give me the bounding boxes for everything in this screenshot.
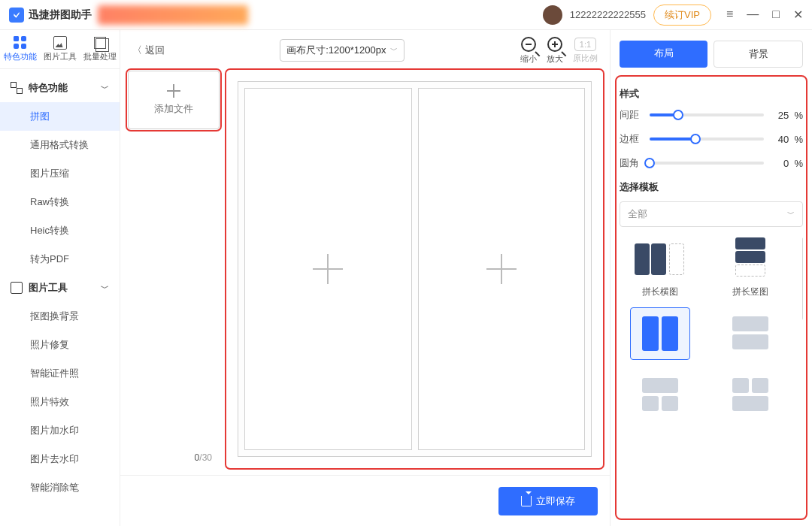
grid-icon [14,36,27,50]
image-icon [53,36,67,50]
slider-label: 边框 [620,132,644,146]
slider-border: 边框 40 % [620,132,803,146]
minimize-icon[interactable]: — [747,8,759,22]
back-button[interactable]: 〈 返回 [132,44,165,57]
tab-label: 特色功能 [4,51,37,62]
layout-panel: 样式 间距 25 % 边框 40 % 圆角 0 % [620,80,803,515]
zoom-out-button[interactable]: 缩小 [520,37,537,65]
template-3a[interactable] [620,369,701,422]
slider-spacing: 间距 25 % [620,108,803,122]
chevron-down-icon: ﹀ [787,209,795,219]
tab-layout[interactable]: 布局 [620,41,707,68]
sidebar-item-to-pdf[interactable]: 转为PDF [0,245,120,274]
app-logo-icon [9,8,24,23]
template-filter-dropdown[interactable]: 全部 ﹀ [620,201,803,227]
sidebar-item-collage[interactable]: 拼图 [0,102,120,131]
back-label: 返回 [145,44,165,56]
canvas-size-dropdown[interactable]: 画布尺寸:1200*1200px ﹀ [280,39,404,62]
renew-vip-button[interactable]: 续订VIP [653,5,711,26]
add-file-label: 添加文件 [154,102,193,116]
canvas-cell[interactable] [244,88,412,450]
tab-background[interactable]: 背景 [714,41,803,68]
template-2row[interactable] [710,307,791,360]
canvas-toolbar: 〈 返回 画布尺寸:1200*1200px ﹀ 缩小 放大 1:1 原比例 [120,30,610,71]
slider-track[interactable] [650,113,764,116]
sidebar-section-special[interactable]: 特色功能 ﹀ [0,74,120,102]
plus-icon [486,254,517,284]
zoom-out-label: 缩小 [520,53,537,65]
bottom-bar: 立即保存 [120,475,610,526]
center-pane: 〈 返回 画布尺寸:1200*1200px ﹀ 缩小 放大 1:1 原比例 [120,30,611,526]
slider-label: 间距 [620,108,644,122]
tab-image-tools[interactable]: 图片工具 [44,36,77,62]
tab-special-features[interactable]: 特色功能 [4,36,37,62]
sidebar-item-raw[interactable]: Raw转换 [0,188,120,216]
template-horizontal-long[interactable]: 拼长横图 [620,237,701,298]
download-icon [521,496,532,506]
slider-value: 40 % [770,134,803,145]
avatar[interactable] [543,5,562,25]
add-file-button[interactable]: 添加文件 [128,71,220,129]
canvas [238,81,592,457]
zoom-in-label: 放大 [547,53,563,65]
slider-label: 圆角 [620,156,644,170]
user-id: 12222222222555 [570,9,646,20]
sidebar-item-heic[interactable]: Heic转换 [0,216,120,245]
sidebar-item-format-convert[interactable]: 通用格式转换 [0,131,120,159]
tab-batch[interactable]: 批量处理 [83,36,117,62]
tab-label: 批量处理 [83,51,117,62]
sidebar-item-add-watermark[interactable]: 图片加水印 [0,416,120,445]
file-count: 0/30 [128,448,220,467]
template-2col[interactable] [620,307,701,360]
sidebar-section-image-tools[interactable]: 图片工具 ﹀ [0,274,120,302]
chevron-down-icon: ﹀ [101,83,109,94]
zoom-in-icon [547,37,562,52]
maximize-icon[interactable]: □ [772,8,780,22]
canvas-cell[interactable] [418,88,586,450]
plus-icon [167,84,180,98]
scrollbar[interactable] [802,237,803,320]
menu-icon[interactable]: ≡ [726,8,733,22]
slider-track[interactable] [650,138,764,141]
canvas-size-label: 画布尺寸:1200*1200px [286,44,386,57]
sidebar-item-restore[interactable]: 照片修复 [0,331,120,359]
chevron-down-icon: ﹀ [390,45,398,56]
sidebar-item-remove-watermark[interactable]: 图片去水印 [0,445,120,473]
template-label: 拼长竖图 [732,286,768,298]
zoom-in-button[interactable]: 放大 [547,37,563,65]
tab-label: 图片工具 [44,51,77,62]
template-3b[interactable] [710,369,791,422]
sidebar: 特色功能 ﹀ 拼图 通用格式转换 图片压缩 Raw转换 Heic转换 转为PDF… [0,69,120,526]
slider-track[interactable] [650,162,764,165]
squares-icon [11,82,23,94]
canvas-area [227,71,602,467]
template-vertical-long[interactable]: 拼长竖图 [710,237,791,298]
right-tabs: 布局 背景 [620,41,803,68]
style-title: 样式 [620,87,803,101]
left-column: 特色功能 图片工具 批量处理 特色功能 ﹀ 拼图 通用格式转换 图片压缩 Raw… [0,30,120,526]
slider-radius: 圆角 0 % [620,156,803,170]
sidebar-item-eraser[interactable]: 智能消除笔 [0,473,120,502]
sidebar-item-cutout[interactable]: 抠图换背景 [0,302,120,331]
template-filter-label: 全部 [628,207,647,221]
original-ratio-button[interactable]: 1:1 原比例 [573,38,598,64]
save-button[interactable]: 立即保存 [498,487,598,515]
section-title: 图片工具 [29,281,68,295]
top-nav-tabs: 特色功能 图片工具 批量处理 [0,30,120,69]
template-grid: 拼长横图 拼长竖图 [620,237,803,422]
template-title: 选择模板 [620,180,803,194]
sidebar-item-id-photo[interactable]: 智能证件照 [0,359,120,388]
chevron-down-icon: ﹀ [101,283,109,294]
close-icon[interactable]: ✕ [793,8,803,22]
save-label: 立即保存 [536,494,575,508]
sidebar-item-compress[interactable]: 图片压缩 [0,159,120,188]
plus-icon [313,254,343,284]
batch-icon [95,38,109,52]
promo-banner[interactable] [98,5,248,25]
sidebar-item-effects[interactable]: 照片特效 [0,388,120,416]
picture-icon [11,282,23,294]
template-label: 拼长横图 [642,286,678,298]
right-panel: 布局 背景 样式 间距 25 % 边框 40 % 圆角 [611,30,812,526]
app-title: 迅捷拼图助手 [29,8,92,22]
slider-value: 25 % [770,110,803,121]
